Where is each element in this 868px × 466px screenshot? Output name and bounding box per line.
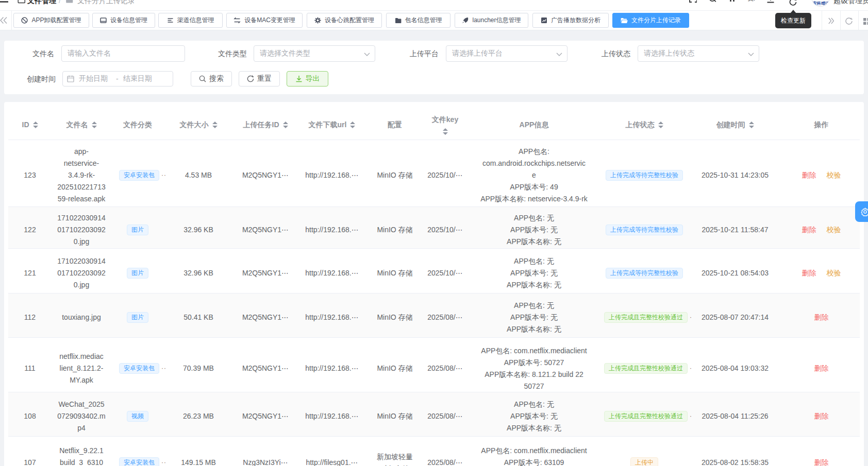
svg-text:文A: 文A — [748, 0, 756, 2]
